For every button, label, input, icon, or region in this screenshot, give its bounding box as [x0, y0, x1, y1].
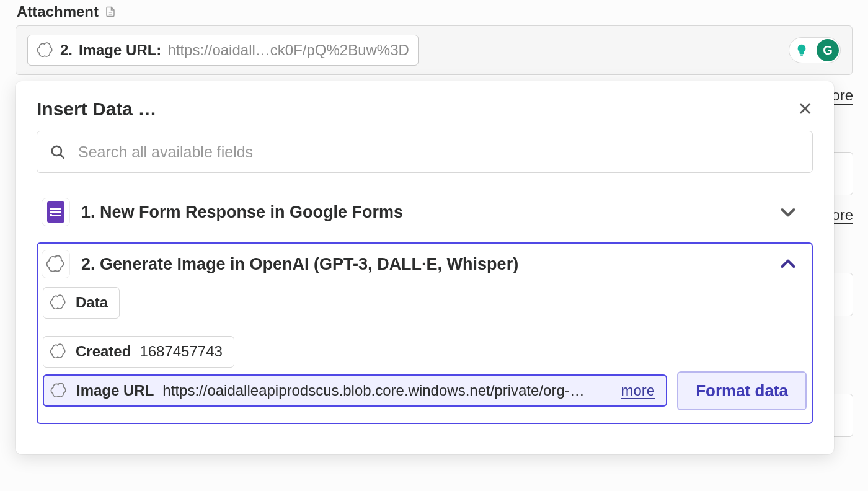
source-google-forms: 1. New Form Response in Google Forms: [37, 190, 813, 234]
source-title: 1. New Form Response in Google Forms: [81, 203, 767, 222]
svg-line-3: [60, 154, 64, 158]
openai-icon: [50, 343, 67, 360]
token-value: https://oaidall…ck0F/pQ%2Buw%3D: [167, 42, 409, 59]
source-header[interactable]: 2. Generate Image in OpenAI (GPT-3, DALL…: [38, 244, 812, 285]
openai-icon: [50, 382, 68, 399]
chip-value: https://oaidalleapiprodscus.blob.core.wi…: [162, 382, 603, 400]
openai-app-icon: [42, 250, 70, 278]
field-chips: Data Created 1687457743: [38, 285, 812, 368]
field-label: Attachment: [17, 3, 852, 20]
field-chip-created[interactable]: Created 1687457743: [43, 336, 234, 368]
source-title: 2. Generate Image in OpenAI (GPT-3, DALL…: [81, 255, 767, 274]
openai-icon: [37, 42, 54, 59]
field-chip-image-url[interactable]: Image URL https://oaidalleapiprodscus.bl…: [43, 374, 667, 407]
more-link[interactable]: more: [621, 382, 655, 400]
popover-title: Insert Data …: [37, 99, 156, 120]
chevron-down-icon: [778, 202, 798, 222]
insert-data-popover: Insert Data … ✕ 1. New Form Response in …: [16, 81, 834, 454]
grammarly-logo-icon[interactable]: G: [817, 39, 839, 61]
attachment-token[interactable]: 2. Image URL: https://oaidall…ck0F/pQ%2B…: [27, 35, 418, 66]
field-chip-data[interactable]: Data: [43, 287, 120, 319]
google-forms-icon: [42, 198, 70, 226]
token-label: Image URL:: [79, 42, 161, 59]
token-step: 2.: [60, 42, 73, 59]
attachment-input[interactable]: 2. Image URL: https://oaidall…ck0F/pQ%2B…: [16, 25, 852, 75]
chip-label: Created: [76, 343, 131, 361]
chip-label: Image URL: [76, 382, 154, 400]
search-field[interactable]: [37, 131, 813, 173]
source-header[interactable]: 1. New Form Response in Google Forms: [38, 192, 812, 232]
openai-icon: [46, 254, 66, 274]
openai-icon: [50, 294, 67, 311]
document-icon: [105, 6, 116, 17]
field-label-text: Attachment: [17, 3, 99, 20]
grammarly-widget[interactable]: G: [789, 37, 841, 63]
search-icon: [50, 144, 66, 160]
source-openai: 2. Generate Image in OpenAI (GPT-3, DALL…: [37, 242, 813, 424]
selected-field-row: Image URL https://oaidalleapiprodscus.bl…: [38, 368, 812, 410]
grammarly-suggestion-icon[interactable]: [790, 39, 813, 61]
search-input[interactable]: [77, 143, 800, 162]
chevron-up-icon: [778, 254, 798, 274]
chip-value: 1687457743: [140, 343, 222, 361]
format-data-button[interactable]: Format data: [677, 371, 807, 410]
close-icon[interactable]: ✕: [797, 100, 813, 118]
chip-label: Data: [76, 294, 108, 312]
